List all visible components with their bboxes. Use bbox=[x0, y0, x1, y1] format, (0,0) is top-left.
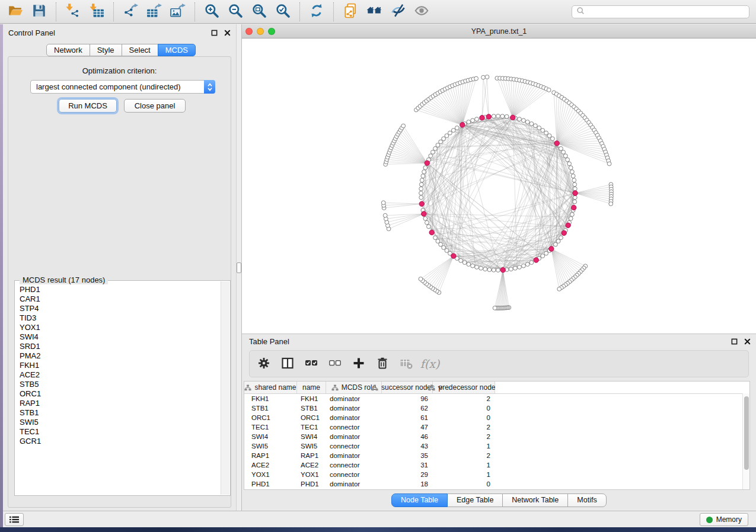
window-minimize-traffic-light[interactable] bbox=[257, 28, 264, 35]
delete-column-button[interactable] bbox=[374, 355, 391, 372]
import-table-button[interactable] bbox=[86, 2, 107, 22]
optimization-criterion-select[interactable]: largest connected component (undirected) bbox=[30, 80, 215, 94]
hide-eye-button[interactable] bbox=[387, 2, 409, 22]
network-canvas[interactable] bbox=[242, 39, 756, 334]
mcds-result-item[interactable]: STB5 bbox=[20, 380, 221, 389]
column-header-name[interactable]: name bbox=[297, 382, 326, 393]
column-layout-button[interactable] bbox=[279, 355, 296, 372]
table-row[interactable]: TEC1TEC1connector472 bbox=[244, 422, 749, 432]
mcds-result-item[interactable]: FKH1 bbox=[20, 361, 221, 370]
add-column-button[interactable] bbox=[350, 355, 367, 372]
share-document-button[interactable] bbox=[340, 2, 361, 22]
control-panel-float-button[interactable] bbox=[210, 29, 218, 37]
panel-selector-button[interactable] bbox=[5, 513, 24, 526]
table-toolbar: f(x) bbox=[249, 350, 749, 377]
mcds-result-item[interactable]: CAR1 bbox=[20, 294, 221, 304]
table-cell: SWI5 bbox=[297, 443, 326, 450]
table-panel-float-button[interactable] bbox=[731, 338, 738, 345]
mcds-result-item[interactable]: SWI5 bbox=[20, 418, 221, 427]
import-network-button[interactable] bbox=[62, 2, 84, 22]
delete-table-icon bbox=[399, 356, 413, 372]
mcds-result-item[interactable]: PMA2 bbox=[20, 351, 221, 361]
mcds-result-item[interactable]: PHD1 bbox=[20, 285, 221, 294]
table-panel: Table Panel f(x) shared namenameMCDS rol… bbox=[242, 334, 756, 508]
run-mcds-button[interactable]: Run MCDS bbox=[59, 99, 117, 113]
export-table-button[interactable] bbox=[143, 2, 165, 22]
table-row[interactable]: YOX1YOX1connector291 bbox=[244, 470, 749, 479]
search-icon bbox=[576, 7, 585, 17]
settings-gear-button[interactable] bbox=[256, 355, 272, 372]
table-cell: connector bbox=[326, 424, 382, 431]
tab-mcds[interactable]: MCDS bbox=[158, 44, 196, 56]
table-row[interactable]: STB1STB1dominator620 bbox=[244, 403, 749, 413]
table-cell: FKH1 bbox=[244, 395, 297, 402]
tab-network[interactable]: Network bbox=[46, 44, 90, 56]
table-vertical-scrollbar[interactable] bbox=[742, 393, 749, 489]
mcds-result-item[interactable]: ORC1 bbox=[20, 389, 221, 399]
export-image-button[interactable] bbox=[167, 2, 189, 22]
table-row[interactable]: SWI5SWI5connector431 bbox=[244, 441, 749, 451]
table-row[interactable]: PHD1PHD1dominator180 bbox=[244, 479, 749, 489]
table-cell: 46 bbox=[382, 433, 433, 440]
table-row[interactable]: SWI4SWI4dominator462 bbox=[244, 432, 749, 441]
control-panel-close-button[interactable] bbox=[224, 29, 231, 37]
function-builder-icon: f(x) bbox=[420, 357, 440, 370]
column-header-successor-nodes[interactable]: successor nodes bbox=[382, 382, 433, 393]
search-input[interactable] bbox=[588, 7, 745, 17]
tab-edge-table[interactable]: Edge Table bbox=[447, 493, 503, 507]
zoom-out-button[interactable] bbox=[225, 2, 246, 22]
search-field[interactable] bbox=[572, 5, 749, 18]
table-row[interactable]: ORC1ORC1dominator610 bbox=[244, 413, 749, 422]
mcds-result-item[interactable]: STB1 bbox=[20, 408, 221, 418]
table-row[interactable]: ACE2ACE2connector311 bbox=[244, 460, 749, 470]
mcds-result-list[interactable]: PHD1CAR1STP4TID3YOX1SWI4SRD1PMA2FKH1ACE2… bbox=[15, 281, 221, 495]
memory-button[interactable]: Memory bbox=[700, 513, 748, 526]
zoom-in-icon bbox=[204, 3, 219, 20]
zoom-selected-button[interactable] bbox=[272, 2, 294, 22]
table-cell: 1 bbox=[433, 462, 495, 469]
tab-network-table[interactable]: Network Table bbox=[502, 493, 568, 507]
table-cell: 29 bbox=[382, 471, 433, 478]
mcds-result-item[interactable]: STP4 bbox=[20, 304, 221, 313]
window-zoom-traffic-light[interactable] bbox=[268, 28, 275, 35]
mcds-result-item[interactable]: SWI4 bbox=[20, 332, 221, 342]
zoom-in-button[interactable] bbox=[201, 2, 222, 22]
table-row[interactable]: RAP1RAP1dominator352 bbox=[244, 451, 749, 460]
show-eye-button[interactable] bbox=[411, 2, 432, 22]
mcds-result-item[interactable]: SRD1 bbox=[20, 342, 221, 351]
splitter-handle[interactable] bbox=[237, 262, 241, 273]
table-cell: RAP1 bbox=[297, 452, 326, 459]
zoom-fit-button[interactable] bbox=[248, 2, 270, 22]
save-session-button[interactable] bbox=[28, 2, 50, 22]
select-all-checks-button[interactable] bbox=[303, 355, 320, 372]
close-panel-button[interactable]: Close panel bbox=[124, 99, 186, 113]
network-window-titlebar[interactable]: YPA_prune.txt_1 bbox=[242, 24, 756, 39]
column-header-predecessor-nodes[interactable]: predecessor nodes bbox=[433, 382, 495, 393]
tab-motifs[interactable]: Motifs bbox=[567, 493, 606, 507]
table-row[interactable]: FKH1FKH1dominator962 bbox=[244, 394, 749, 403]
export-network-icon bbox=[123, 3, 138, 20]
window-close-traffic-light[interactable] bbox=[245, 28, 253, 35]
tab-node-table[interactable]: Node Table bbox=[391, 493, 448, 507]
tab-select[interactable]: Select bbox=[122, 44, 158, 56]
open-file-button[interactable] bbox=[5, 2, 26, 22]
column-header-shared-name[interactable]: shared name bbox=[244, 382, 297, 393]
two-houses-button[interactable] bbox=[363, 2, 385, 22]
mcds-result-item[interactable]: RAP1 bbox=[20, 399, 221, 408]
table-cell: dominator bbox=[326, 480, 382, 488]
mcds-result-item[interactable]: YOX1 bbox=[20, 323, 221, 332]
mcds-result-item[interactable]: TEC1 bbox=[20, 427, 221, 437]
mcds-result-item[interactable]: TID3 bbox=[20, 313, 221, 323]
scrollbar-thumb[interactable] bbox=[744, 396, 749, 470]
mcds-result-item[interactable]: ACE2 bbox=[20, 370, 221, 380]
mcds-result-item[interactable]: GCR1 bbox=[20, 437, 221, 446]
export-network-button[interactable] bbox=[120, 2, 141, 22]
table-cell: STB1 bbox=[297, 405, 326, 412]
tab-style[interactable]: Style bbox=[90, 44, 122, 56]
refresh-view-button[interactable] bbox=[306, 2, 327, 22]
table-panel-close-button[interactable] bbox=[744, 338, 751, 345]
mcds-result-scrollbar[interactable] bbox=[221, 281, 229, 495]
panel-splitter[interactable] bbox=[236, 24, 242, 511]
table-cell: ACE2 bbox=[244, 462, 297, 469]
deselect-all-checks-button[interactable] bbox=[327, 355, 343, 372]
